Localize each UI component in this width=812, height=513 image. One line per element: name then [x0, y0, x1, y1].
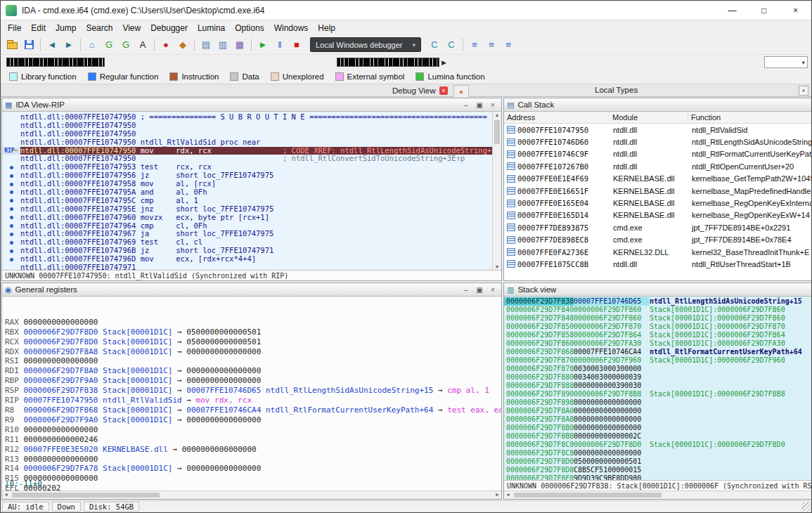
callstack-row[interactable]: 00007FFE0E16651FKERNELBASE.dllkernelbase…: [504, 185, 812, 197]
menu-file[interactable]: File: [3, 22, 26, 34]
stack-row[interactable]: 0000006F29D7F8E09D9D39C9BE8DD980: [504, 474, 812, 480]
registers-title-bar[interactable]: ◉ General registers – ▣ ×: [2, 283, 501, 297]
callstack-row[interactable]: 00007FFE0E1E4F69KERNELBASE.dllkernelbase…: [504, 173, 812, 185]
trace-window-icon[interactable]: C: [427, 37, 442, 53]
register-row[interactable]: RDI0000006F29D7F8A0 Stack[00001D1C] → 00…: [5, 366, 501, 376]
stack-row[interactable]: 0000006F29D7F8700000006F29D7F960Stack[00…: [504, 356, 812, 365]
stack-row[interactable]: 0000006F29D7F8580000006F29D7F864Stack[00…: [504, 331, 812, 339]
stack-hscrollbar[interactable]: ◄ ►: [504, 491, 812, 499]
callstack-row[interactable]: 00007FFE10746C9Fntdll.dllntdll_RtlFormat…: [504, 148, 812, 160]
register-row[interactable]: R80000006F29D7F868 Stack[00001D1C] → 000…: [5, 405, 501, 415]
stack-row[interactable]: 0000006F29D7F8480000006F29D7F860Stack[00…: [504, 314, 812, 323]
column-header-function[interactable]: Function: [688, 112, 812, 123]
panel-close-button[interactable]: ×: [487, 100, 498, 110]
register-row[interactable]: R110000000000000246: [5, 435, 501, 445]
stack-row[interactable]: 0000006F29D7F8A80000000000000000: [504, 415, 812, 424]
text-options-icon[interactable]: A: [135, 37, 150, 53]
register-row[interactable]: RSP0000006F29D7F838 Stack[00001D1C] → 00…: [5, 386, 501, 396]
trace-options-icon[interactable]: C: [444, 37, 459, 53]
disassembly-listing[interactable]: ntdll.dll:00007FFE10747950; ============…: [2, 112, 492, 270]
callstack-row[interactable]: 00007FFE0E165D14KERNELBASE.dllkernelbase…: [504, 209, 812, 221]
register-row[interactable]: RIP00007FFE10747950 ntdll_RtlValidSid → …: [5, 396, 501, 405]
open-file-icon[interactable]: [4, 37, 20, 53]
register-row[interactable]: RBX0000006F29D7F8D0 Stack[00001D1C] → 05…: [5, 327, 501, 337]
menu-debugger[interactable]: Debugger: [146, 22, 193, 34]
secondary-desktop-tab[interactable]: ●: [453, 85, 469, 97]
back-icon[interactable]: ◄: [44, 37, 60, 53]
start-process-icon[interactable]: ►: [255, 37, 271, 53]
panel-close-button[interactable]: ×: [487, 285, 498, 295]
stack-row[interactable]: 0000006F29D7F8880000000000390030: [504, 382, 812, 390]
callstack-row[interactable]: 00007FFE10746D60ntdll.dllntdll_RtlLength…: [504, 136, 812, 148]
registers-hscrollbar[interactable]: ◄ ►: [2, 491, 501, 499]
disasm-line[interactable]: ntdll.dll:00007FFE10747950: [2, 130, 492, 138]
disassembly-scrollbar[interactable]: ▲ ▼: [492, 112, 501, 270]
scrollbar-thumb[interactable]: [494, 120, 500, 144]
jump-home-icon[interactable]: ⌂: [84, 37, 100, 53]
callstack-row[interactable]: 00007FF7DE893875cmd.exejpt_7FF7DE8914BE+…: [504, 221, 812, 233]
callstack-row[interactable]: 00007FF7DE898EC8cmd.exejpt_7FF7DE8914BE+…: [504, 234, 812, 246]
panel-minimize-button[interactable]: –: [460, 100, 472, 110]
register-row[interactable]: R100000000000000000: [5, 425, 501, 435]
callstack-row[interactable]: 00007FFE0FA2736EKERNEL32.DLLkernel32_Bas…: [504, 246, 812, 258]
tab-local-types[interactable]: Local Types: [595, 86, 638, 94]
register-row[interactable]: R90000006F29D7F9A0 Stack[00001D1C] → 000…: [5, 415, 501, 425]
menu-view[interactable]: View: [117, 22, 146, 34]
disasm-line[interactable]: ntdll.dll:00007FFE1074795Ejnzshort loc_7…: [2, 205, 492, 214]
stack-row[interactable]: 0000006F29D7F8800034003000000039: [504, 373, 812, 382]
local-types-close-button[interactable]: ×: [799, 86, 808, 96]
register-row[interactable]: R150000000000000000: [5, 474, 501, 483]
menu-lumina[interactable]: Lumina: [193, 22, 230, 34]
panel-minimize-button[interactable]: –: [460, 285, 472, 295]
stack-row[interactable]: 0000006F29D7F8C80000000000000000: [504, 449, 812, 457]
register-row[interactable]: RAX0000000000000000: [5, 318, 501, 327]
goto-entry-icon[interactable]: G: [118, 37, 134, 53]
stack-row[interactable]: 0000006F29D7F8A00000000000000000: [504, 407, 812, 415]
ida-view-title-bar[interactable]: ▦ IDA View-RIP – ▣ ×: [2, 98, 501, 112]
callstack-row[interactable]: 00007FFE1075CC8Bntdll.dllntdll_RtlUserTh…: [504, 258, 812, 270]
save-file-icon[interactable]: [21, 37, 37, 53]
register-row[interactable]: RBP0000006F29D7F9A0 Stack[00001D1C] → 00…: [5, 376, 501, 386]
debugger-select[interactable]: Local Windows debugger ▾: [310, 37, 421, 52]
panel-float-button[interactable]: ▣: [474, 100, 485, 110]
column-header-address[interactable]: Address: [504, 112, 610, 123]
menu-edit[interactable]: Edit: [26, 22, 51, 34]
structures-icon[interactable]: ▤: [198, 37, 214, 53]
menu-help[interactable]: Help: [313, 22, 340, 34]
disasm-line[interactable]: ntdll.dll:00007FFE10747971: [2, 264, 492, 270]
maximize-button[interactable]: □: [748, 1, 780, 20]
close-button[interactable]: ×: [780, 1, 811, 20]
stack-row[interactable]: 0000006F29D7F8D00500000000000501: [504, 457, 812, 466]
disasm-line[interactable]: ntdll.dll:00007FFE1074795Ccmpal, 1: [2, 197, 492, 205]
enums-icon[interactable]: ▥: [215, 37, 231, 53]
segments-icon[interactable]: ▦: [232, 37, 247, 53]
disasm-line[interactable]: ntdll.dll:00007FFE10747950ntdll_RtlValid…: [2, 138, 492, 147]
minimize-button[interactable]: —: [716, 1, 748, 20]
menu-options[interactable]: Options: [230, 22, 269, 34]
thread-list-icon[interactable]: ≡: [501, 37, 516, 53]
stack-row[interactable]: 0000006F29D7F8600000006F29D7FA30Stack[00…: [504, 339, 812, 348]
resize-grip[interactable]: [801, 502, 811, 512]
module-list-icon[interactable]: ≡: [484, 37, 499, 53]
stop-process-icon[interactable]: ■: [289, 37, 304, 53]
navigation-band-left[interactable]: [6, 58, 105, 67]
menu-search[interactable]: Search: [81, 22, 117, 34]
column-header-module[interactable]: Module: [610, 112, 688, 123]
scrollbar-thumb[interactable]: [514, 493, 662, 498]
tab-debug-view[interactable]: Debug View ×: [389, 85, 451, 96]
pause-process-icon[interactable]: ‖: [272, 37, 288, 53]
callstack-row[interactable]: 00007FFE107267B0ntdll.dllntdll_RtlOpenCu…: [504, 160, 812, 172]
register-row[interactable]: EFL00000202: [5, 483, 501, 491]
register-row[interactable]: R130000000000000000: [5, 455, 501, 465]
register-row[interactable]: RDX0000006F29D7F8A8 Stack[00001D1C] → 00…: [5, 347, 501, 357]
callstack-row[interactable]: 00007FFE10747950ntdll.dllntdll_RtlValidS…: [504, 124, 812, 136]
disasm-line[interactable]: ntdll.dll:00007FFE10747960movzxecx, byte…: [2, 214, 492, 222]
stack-view-title-bar[interactable]: ▥ Stack view – ▣ ×: [504, 283, 812, 297]
disasm-line[interactable]: ntdll.dll:00007FFE10747950: [2, 122, 492, 130]
register-row[interactable]: RCX0000006F29D7F8D0 Stack[00001D1C] → 05…: [5, 337, 501, 347]
call-stack-title-bar[interactable]: ▤ Call Stack – ▣ ×: [504, 98, 812, 112]
register-row[interactable]: R1200007FFE0E3E5020 KERNELBASE.dll → 000…: [5, 445, 501, 455]
tab-close-button[interactable]: ×: [439, 86, 448, 95]
stack-row[interactable]: 0000006F29D7F8B00000000000000000: [504, 424, 812, 432]
stack-row[interactable]: 0000006F29D7F8980000000000000000: [504, 398, 812, 407]
